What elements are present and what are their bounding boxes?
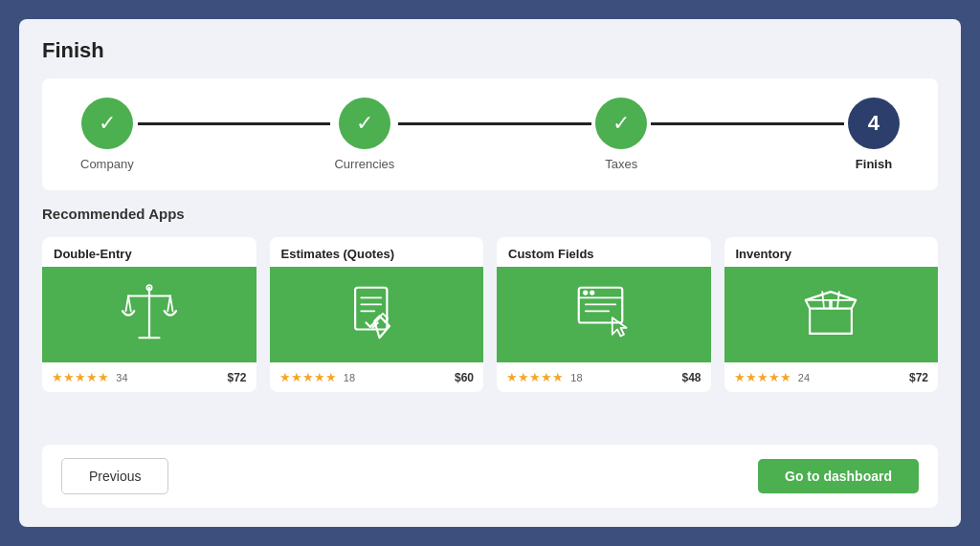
app-image-estimates: [270, 267, 484, 362]
step-label-company: Company: [80, 157, 134, 171]
stars-icon: ★★★★★: [279, 370, 337, 384]
app-rating-estimates: ★★★★★ 18: [279, 370, 356, 384]
step-circle-finish: 4: [848, 98, 900, 149]
app-image-double-entry: [42, 267, 256, 362]
step-label-currencies: Currencies: [334, 157, 394, 171]
app-title-inventory: Inventory: [724, 237, 939, 267]
app-footer-estimates: ★★★★★ 18 $60: [270, 362, 484, 392]
app-rating-custom-fields: ★★★★★ 18: [506, 370, 583, 384]
app-title-custom-fields: Custom Fields: [497, 237, 711, 267]
apps-grid: Double-Entry: [42, 237, 938, 392]
price-inventory: $72: [909, 371, 928, 384]
step-circle-taxes: ✓: [595, 98, 647, 149]
svg-line-5: [170, 296, 173, 312]
review-count-custom-fields: 18: [570, 372, 582, 383]
app-card-inventory: Inventory: [724, 237, 939, 392]
app-card-custom-fields: Custom Fields: [497, 237, 711, 392]
review-count-inventory: 24: [798, 372, 810, 383]
app-footer-custom-fields: ★★★★★ 18 $48: [497, 362, 711, 392]
app-title-estimates: Estimates (Quotes): [270, 237, 484, 267]
step-connector-2: [398, 122, 591, 125]
page-title: Finish: [42, 38, 938, 63]
review-count-estimates: 18: [344, 372, 355, 383]
app-title-double-entry: Double-Entry: [42, 237, 256, 267]
app-card-double-entry: Double-Entry: [42, 237, 256, 392]
section-title: Recommended Apps: [42, 206, 938, 222]
app-rating-inventory: ★★★★★ 24: [734, 370, 811, 384]
app-footer-double-entry: ★★★★★ 34 $72: [42, 362, 256, 392]
app-image-inventory: [724, 267, 939, 362]
app-rating-double-entry: ★★★★★ 34: [52, 370, 128, 384]
bottom-bar: Previous Go to dashboard: [42, 445, 938, 508]
box-icon: [797, 279, 864, 350]
step-connector-1: [138, 122, 331, 125]
step-label-finish: Finish: [856, 157, 892, 171]
main-container: Finish ✓ Company ✓ Currencies ✓ Taxes: [19, 19, 961, 527]
recommended-apps-section: Recommended Apps: [42, 206, 938, 222]
price-estimates: $60: [455, 371, 474, 384]
app-card-estimates: Estimates (Quotes): [270, 237, 484, 392]
go-to-dashboard-button[interactable]: Go to dashboard: [758, 459, 919, 493]
checkmark-icon: ✓: [356, 111, 373, 136]
step-number-finish: 4: [868, 111, 880, 136]
step-taxes: ✓ Taxes: [595, 98, 647, 171]
step-label-taxes: Taxes: [605, 157, 637, 171]
svg-line-3: [128, 296, 131, 312]
step-connector-3: [651, 122, 844, 125]
app-image-custom-fields: [497, 267, 711, 362]
document-check-icon: [343, 279, 410, 350]
app-footer-inventory: ★★★★★ 24 $72: [724, 362, 939, 392]
scales-icon: [116, 279, 183, 350]
stars-icon: ★★★★★: [506, 370, 564, 384]
svg-rect-8: [355, 288, 387, 330]
checkmark-icon: ✓: [612, 111, 630, 136]
svg-point-14: [584, 291, 588, 295]
step-company: ✓ Company: [80, 98, 134, 171]
steps-bar: ✓ Company ✓ Currencies ✓ Taxes 4 Fini: [42, 78, 938, 190]
price-custom-fields: $48: [681, 371, 701, 384]
stars-icon: ★★★★★: [52, 370, 109, 384]
stars-icon: ★★★★★: [734, 370, 791, 384]
checkmark-icon: ✓: [99, 111, 116, 136]
step-currencies: ✓ Currencies: [334, 98, 394, 171]
price-double-entry: $72: [227, 371, 246, 384]
step-finish: 4 Finish: [848, 98, 900, 171]
review-count-double-entry: 34: [116, 372, 127, 383]
svg-point-15: [590, 291, 594, 295]
browser-cursor-icon: [570, 279, 637, 350]
step-circle-company: ✓: [81, 98, 133, 149]
step-circle-currencies: ✓: [339, 98, 390, 149]
previous-button[interactable]: Previous: [61, 458, 168, 494]
